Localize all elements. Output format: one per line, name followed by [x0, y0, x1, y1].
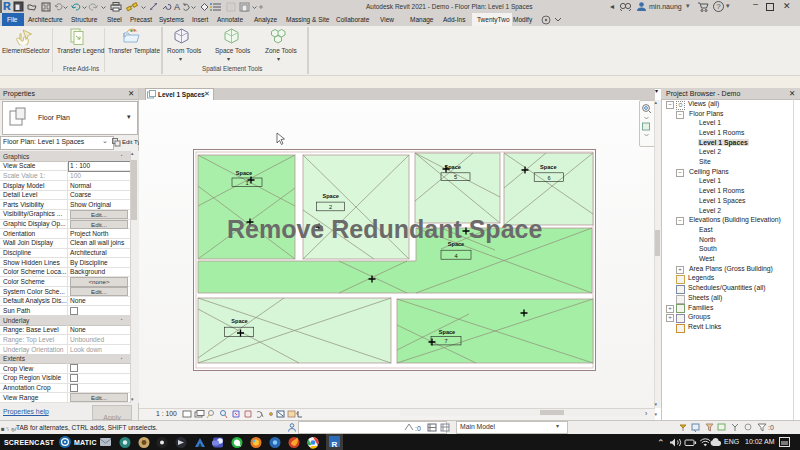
- svg-text:Space: Space: [236, 170, 252, 176]
- svg-text:7: 7: [444, 338, 447, 344]
- svg-text::0: :0: [415, 424, 421, 431]
- svg-text:2: 2: [329, 204, 332, 210]
- svg-text:1: 1: [245, 180, 248, 186]
- svg-text:?: ?: [716, 2, 721, 11]
- svg-text:A: A: [174, 2, 180, 12]
- svg-text:Remove Redundant Space: Remove Redundant Space: [227, 215, 542, 243]
- svg-text:5: 5: [454, 174, 457, 180]
- svg-text:6: 6: [547, 175, 550, 181]
- svg-text::0: :0: [768, 424, 774, 431]
- svg-text:4: 4: [454, 253, 457, 259]
- svg-text:Space: Space: [322, 193, 338, 199]
- svg-text:Space: Space: [540, 164, 556, 170]
- svg-text:Space: Space: [231, 318, 247, 324]
- svg-text:Space: Space: [439, 329, 455, 335]
